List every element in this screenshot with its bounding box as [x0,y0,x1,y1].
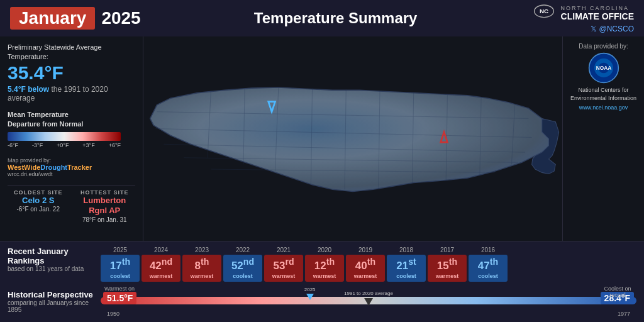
hottest-site-detail: 78°F on Jan. 31 [74,216,136,223]
header-right: NC NORTH CAROLINA CLIMATE OFFICE 𝕏 @NCSC… [531,3,634,33]
legend-label-4: +6°F [109,142,121,148]
rank-cell-0: 2025 17th coolest [101,247,140,282]
historical-label-box: Historical Perspective comparing all Jan… [8,290,96,313]
rank-cell-7: 2018 21st coolest [387,247,426,282]
rank-box-8: 15th warmest [428,255,467,282]
rank-number-1: 42nd [150,260,172,272]
rank-cell-4: 2021 53rd warmest [264,247,303,282]
rank-number-6: 40th [355,260,375,272]
left-panel: Preliminary Statewide Average Temperatur… [0,36,143,241]
hottest-site: HOTTEST SITE Lumberton Rgnl AP 78°F on J… [74,189,136,224]
org-name: NORTH CAROLINA CLIMATE OFFICE [561,5,634,21]
header: January 2025 Temperature Summary NC NORT… [0,0,644,36]
legend-label-3: +3°F [82,142,94,148]
rankings-sub: based on 131 years of data [8,265,96,272]
hist-avg-marker: 1991 to 2020 average [344,291,393,306]
hist-avg-label: 1991 to 2020 average [344,291,393,297]
map-area [143,36,562,241]
rank-type-5: warmest [306,273,343,279]
rank-cell-9: 2016 47th coolest [469,247,508,282]
hottest-site-name: Lumberton Rgnl AP [74,196,136,217]
historical-row: Historical Perspective comparing all Jan… [8,286,636,317]
rank-type-7: coolest [388,273,425,279]
legend-section: Mean TemperatureDeparture from Normal -6… [8,110,135,148]
sites-section: COLDEST SITE Celo 2 S -6°F on Jan. 22 HO… [8,185,135,228]
map-credit: Map provided by: WestWideDroughtTracker … [8,157,135,177]
avg-temp-below: 5.4°F below the 1991 to 2020 average [8,85,135,103]
rank-box-0: 17th coolest [101,255,140,282]
nc-map-svg [143,36,562,241]
avg-temp-value-container: 35.4°F [8,62,135,84]
rank-year-7: 2018 [387,247,426,253]
hottest-site-label: HOTTEST SITE [74,189,136,196]
content-area: Preliminary Statewide Average Temperatur… [0,36,644,241]
rank-year-8: 2017 [428,247,467,253]
nc-logo-icon: NC [531,3,557,23]
rankings-row: Recent January Rankings based on 131 yea… [8,247,636,282]
avg-temp-value: 35.4°F [8,62,64,83]
hist-label-coolest: Coolest on record [599,286,636,298]
rank-box-9: 47th coolest [469,255,508,282]
rank-type-3: coolest [225,273,261,279]
rank-number-7: 21st [396,260,416,272]
rank-number-8: 15th [437,260,457,272]
rank-cell-2: 2023 8th warmest [182,247,221,282]
historical-sub: comparing all Januarys since 1895 [8,299,96,313]
rank-number-2: 8th [195,260,209,272]
map-credit-tracker: Tracker [67,164,92,171]
rank-year-6: 2019 [346,247,385,253]
rank-year-9: 2016 [469,247,508,253]
rank-type-6: warmest [347,273,384,279]
legend-bar [8,132,121,141]
header-title: Temperature Summary [254,9,418,26]
ncei-text: National Centers for Environmental Infor… [568,86,639,102]
rank-year-1: 2024 [142,247,180,253]
rank-type-8: warmest [429,273,465,279]
hist-2025-marker: 2025 [304,287,316,300]
ncei-url: www.ncei.noaa.gov [579,104,628,111]
legend-title-text: Mean TemperatureDeparture from Normal [8,111,83,128]
map-wrapper [143,36,562,241]
rank-type-9: coolest [470,273,506,279]
rank-cell-8: 2017 15th warmest [428,247,467,282]
map-credit-drought: Drought [40,164,67,171]
historical-bar-container: Warmest on record 51.5°F 1950 2025 1991 … [101,286,636,317]
header-left: January 2025 [10,7,141,30]
right-panel: Data provided by: NOAA National Centers … [562,36,644,241]
twitter-handle: 𝕏 @NCSCO [591,25,634,33]
map-credit-url: wrcc.dri.edu/wwdt [8,171,135,177]
rankings-label-box: Recent January Rankings based on 131 yea… [8,247,96,272]
rank-number-3: 52nd [231,260,254,272]
svg-text:NC: NC [540,8,548,14]
coldest-site-name: Celo 2 S [8,196,69,206]
rank-box-7: 21st coolest [387,255,426,282]
rank-year-3: 2022 [223,247,262,253]
rank-cell-5: 2020 12th warmest [305,247,344,282]
rank-number-9: 47th [478,260,498,272]
map-credit-west: WestWide [8,164,40,171]
historical-title: Historical Perspective [8,290,96,299]
data-provided-label: Data provided by: [579,43,628,50]
hist-year-warmest: 1950 [107,311,119,317]
below-highlight: 5.4°F below [8,85,49,94]
rank-number-5: 12th [314,260,335,272]
rank-box-4: 53rd warmest [264,255,303,282]
rank-type-0: coolest [102,273,138,279]
rankings-title: Recent January Rankings [8,247,96,265]
rank-cell-6: 2019 40th warmest [346,247,385,282]
rank-number-4: 53rd [273,260,294,272]
noaa-logo-icon: NOAA [588,52,619,84]
main-container: January 2025 Temperature Summary NC NORT… [0,0,644,322]
org-line2: CLIMATE OFFICE [561,11,634,21]
map-credit-label: Map provided by: [8,157,135,164]
rank-box-5: 12th warmest [305,255,344,282]
coldest-site: COLDEST SITE Celo 2 S -6°F on Jan. 22 [8,189,69,224]
legend-title: Mean TemperatureDeparture from Normal [8,110,135,130]
rank-type-2: warmest [184,273,220,279]
avg-temp-label: Preliminary Statewide Average Temperatur… [8,43,135,62]
org-line1: NORTH CAROLINA [561,5,634,11]
map-credit-link: WestWideDroughtTracker [8,164,135,171]
bottom-section: Recent January Rankings based on 131 yea… [0,241,644,322]
rank-cell-1: 2024 42nd warmest [142,247,180,282]
hist-2025-triangle-icon [306,294,314,300]
